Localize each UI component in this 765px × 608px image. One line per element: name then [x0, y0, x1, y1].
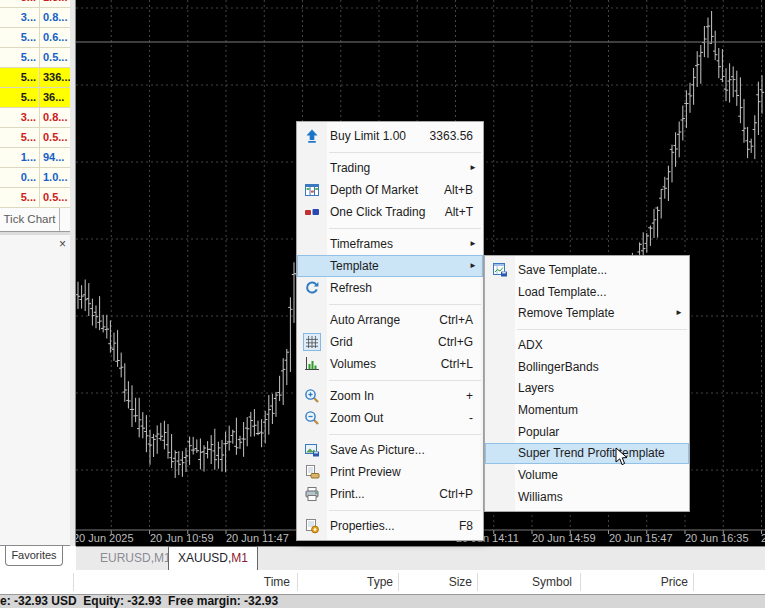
bid-value: 3...: [0, 0, 40, 7]
tab-xauusd-symbol: XAUUSD,: [178, 551, 231, 565]
column-header-type: Type: [313, 570, 393, 594]
bid-value: 3...: [0, 8, 40, 27]
menu-item-gutter: [297, 486, 327, 502]
menu-item-bollingerbands[interactable]: BollingerBands: [485, 356, 689, 378]
menu-item-load-template[interactable]: Load Template...: [485, 281, 689, 303]
bid-value: 5...: [0, 188, 40, 207]
menu-item-momentum[interactable]: Momentum: [485, 399, 689, 421]
menu-item-label: Print Preview: [327, 465, 483, 479]
menu-item-shortcut: Ctrl+A: [439, 313, 483, 327]
menu-item-shortcut: Ctrl+G: [438, 335, 483, 349]
menu-item-shortcut: -: [469, 411, 483, 425]
time-axis-label: 20 Jun 14:59: [532, 532, 596, 544]
menu-item-buy-limit-1-00[interactable]: Buy Limit 1.003363.56: [297, 125, 483, 147]
menu-item-label: Volume: [515, 468, 689, 482]
menu-item-gutter: [297, 280, 327, 296]
menu-item-label: Grid: [327, 335, 438, 349]
market-watch-row[interactable]: 5...0.5...: [0, 48, 70, 68]
market-watch-panel: 3...1.3...3...0.8...5...0.6...5...0.5...…: [0, 0, 70, 546]
ask-value: 36...: [40, 88, 70, 107]
menu-item-layers[interactable]: Layers: [485, 377, 689, 399]
menu-item-adx[interactable]: ADX: [485, 334, 689, 356]
market-watch-row[interactable]: 5...336...: [0, 68, 70, 88]
column-header-symbol: Symbol: [492, 570, 572, 594]
menu-item-save-template[interactable]: Save Template...: [485, 259, 689, 281]
bid-value: 5...: [0, 88, 40, 107]
dom-icon: [304, 182, 320, 198]
column-separator: [693, 573, 694, 591]
menu-item-super-trend-profit-template[interactable]: Super Trend Profit template: [485, 443, 689, 465]
save-picture-icon: [304, 442, 320, 458]
ask-value: 1.0...: [40, 168, 70, 187]
menu-item-grid[interactable]: GridCtrl+G: [297, 331, 483, 353]
volumes-icon: [304, 356, 320, 372]
time-axis-label: 20 Jun 11:47: [226, 532, 289, 544]
tab-xauusd-m1[interactable]: XAUUSD,M1: [168, 546, 258, 571]
menu-item-popular[interactable]: Popular: [485, 421, 689, 443]
tick-chart-tab[interactable]: Tick Chart: [0, 208, 70, 232]
menu-item-refresh[interactable]: Refresh: [297, 277, 483, 299]
ask-value: 336...: [40, 68, 70, 87]
market-watch-row[interactable]: 3...0.8...: [0, 108, 70, 128]
mt4-window: 3...1.3...3...0.8...5...0.6...5...0.5...…: [0, 0, 765, 608]
market-watch-row[interactable]: 3...0.8...: [0, 8, 70, 28]
menu-item-volumes[interactable]: VolumesCtrl+L: [297, 353, 483, 375]
menu-item-label: Popular: [515, 425, 689, 439]
lower-left-panel: ×: [0, 232, 70, 546]
print-icon: [304, 486, 320, 502]
market-watch-row[interactable]: 5...0.6...: [0, 28, 70, 48]
menu-item-shortcut: Alt+B: [444, 183, 483, 197]
menu-separator: [329, 152, 481, 153]
menu-item-remove-template[interactable]: Remove Template►: [485, 302, 689, 324]
column-separator: [580, 573, 581, 591]
menu-item-gutter: [297, 182, 327, 198]
refresh-icon: [304, 280, 320, 296]
tick-chart-tab-label: Tick Chart: [0, 208, 60, 231]
market-watch-row[interactable]: 0...1.0...: [0, 168, 70, 188]
market-watch-row[interactable]: 1...94...: [0, 148, 70, 168]
menu-item-label: Save As Picture...: [327, 443, 483, 457]
column-separator: [73, 573, 74, 591]
menu-item-label: Remove Template: [515, 306, 689, 320]
market-watch-row[interactable]: 5...0.5...: [0, 128, 70, 148]
ask-value: 1.3...: [40, 0, 70, 7]
menu-item-properties[interactable]: Properties...F8: [297, 515, 483, 537]
menu-item-one-click-trading[interactable]: One Click TradingAlt+T: [297, 201, 483, 223]
menu-item-shortcut: Ctrl+P: [439, 487, 483, 501]
menu-item-depth-of-market[interactable]: Depth Of MarketAlt+B: [297, 179, 483, 201]
menu-item-label: Zoom Out: [327, 411, 469, 425]
menu-item-label: Momentum: [515, 403, 689, 417]
menu-separator: [329, 510, 481, 511]
menu-item-print[interactable]: Print...Ctrl+P: [297, 483, 483, 505]
menu-item-label: BollingerBands: [515, 360, 689, 374]
menu-item-shortcut: 3363.56: [430, 129, 483, 143]
favorites-tab[interactable]: Favorites: [5, 546, 63, 566]
status-bar: e: -32.93 USD Equity: -32.93 Free margin…: [0, 594, 765, 608]
menu-item-zoom-out[interactable]: Zoom Out-: [297, 407, 483, 429]
zoom-out-icon: [304, 410, 320, 426]
market-watch-row[interactable]: 5...36...: [0, 88, 70, 108]
menu-item-williams[interactable]: Williams: [485, 486, 689, 508]
one-click-icon: [304, 204, 320, 220]
close-icon[interactable]: ×: [59, 238, 66, 250]
menu-item-label: One Click Trading: [327, 205, 445, 219]
save-template-icon: [492, 262, 508, 278]
column-separator: [477, 573, 478, 591]
menu-item-print-preview[interactable]: Print Preview: [297, 461, 483, 483]
menu-item-trading[interactable]: Trading►: [297, 157, 483, 179]
market-watch-row[interactable]: 3...1.3...: [0, 0, 70, 8]
chart-context-menu: Buy Limit 1.003363.56Trading►Depth Of Ma…: [296, 121, 484, 541]
menu-item-zoom-in[interactable]: Zoom In+: [297, 385, 483, 407]
menu-item-auto-arrange[interactable]: Auto ArrangeCtrl+A: [297, 309, 483, 331]
menu-item-gutter: [297, 333, 327, 351]
bid-value: 5...: [0, 128, 40, 147]
menu-item-label: Template: [327, 259, 483, 273]
market-watch-table: 3...1.3...3...0.8...5...0.6...5...0.5...…: [0, 0, 70, 208]
menu-item-timeframes[interactable]: Timeframes►: [297, 233, 483, 255]
column-separator: [297, 573, 298, 591]
menu-item-save-as-picture[interactable]: Save As Picture...: [297, 439, 483, 461]
market-watch-row[interactable]: 5...0.5...: [0, 188, 70, 208]
column-header-time: Time: [210, 570, 290, 594]
menu-item-volume[interactable]: Volume: [485, 464, 689, 486]
menu-item-template[interactable]: Template►: [297, 255, 483, 277]
